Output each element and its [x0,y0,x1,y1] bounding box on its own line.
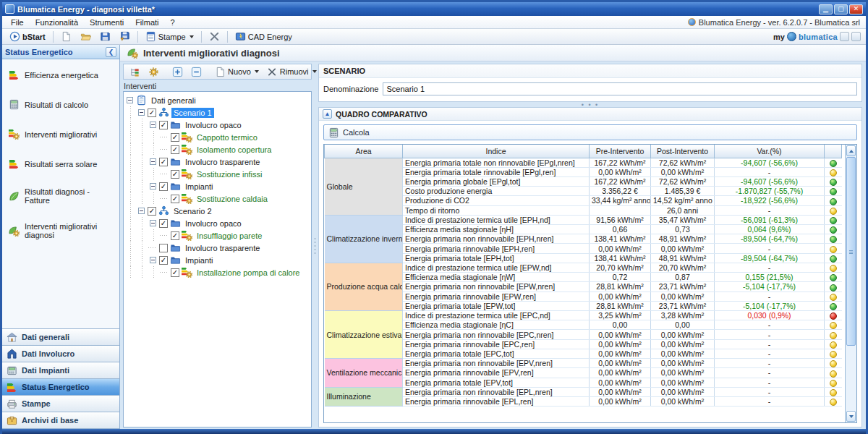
table-row[interactable]: Energia primaria rinnovabile [EPL,ren]0,… [325,396,842,406]
column-header-pre-intervento[interactable]: Pre-Intervento [590,145,651,158]
tree-node-involucro-opaco[interactable]: ✓Involucro opaco [125,119,311,131]
sidebar-item-risultati-serra-solare[interactable]: Risultati serra solare [7,154,118,174]
table-row[interactable]: Tempo di ritorno26,0 anni- [325,205,842,215]
table-row[interactable]: Energia primaria non rinnovabile [EPC,nr… [325,330,842,339]
tree-checkbox[interactable]: ✓ [171,133,179,142]
tree-node-installazione-pompa-di-calore[interactable]: ✓Installazione pompa di calore [125,266,311,278]
tree-expander[interactable] [150,257,156,263]
account-icon[interactable] [840,32,849,41]
tree-node-insufflaggio-parete[interactable]: ✓Insufflaggio parete [125,229,311,242]
scrollbar-thumb[interactable] [846,157,856,346]
stampe-button[interactable]: Stampe [142,30,197,43]
table-row[interactable]: Energia primaria totale [EPH,tot]138,41 … [325,253,842,263]
table-row[interactable]: Energia primaria rinnovabile [EPC,ren]0,… [325,339,842,349]
table-row[interactable]: Energia primaria totale [EPC,tot]0,00 kW… [325,349,842,358]
tree-checkbox[interactable] [159,244,168,252]
tree-checkbox[interactable]: ✓ [171,268,179,277]
tree-checkbox[interactable]: ✓ [171,195,179,203]
menu-item-file[interactable]: File [5,17,30,28]
tree-node-scenario-2[interactable]: ✓Scenario 2 [125,205,311,217]
tree-expander[interactable] [138,109,145,116]
table-row[interactable]: Energia primaria totale [EPW,tot]28,81 k… [325,301,842,310]
scrollbar-track[interactable] [846,346,856,410]
table-row[interactable]: Ventilazione meccanicaEnergia primaria n… [325,359,842,368]
tree-checkbox[interactable]: ✓ [171,170,179,179]
table-row[interactable]: Energia primaria rinnovabile [EPH,ren]0,… [325,244,842,253]
sidebar-item-risultati-diagnosi-fatture[interactable]: Risultati diagnosi - Fatture [7,184,118,208]
nav-item-stampe[interactable]: Stampe [2,396,119,412]
calcola-button[interactable]: Calcola [323,124,857,140]
table-row[interactable]: IlluminazioneEnergia primaria non rinnov… [325,387,842,396]
table-row[interactable]: Energia primaria globale [EPgl,tot]167,2… [325,176,842,186]
compare-tree-button[interactable] [126,65,144,79]
tree-checkbox[interactable]: ✓ [159,219,168,228]
tree-checkbox[interactable]: ✓ [159,158,168,166]
tree-node-sostituzione-caldaia[interactable]: ✓Sostituzione caldaia [125,192,311,205]
table-row[interactable]: Produzione di CO233,44 kg/m² anno14,52 k… [325,196,842,205]
collapse-all-button[interactable] [187,65,205,79]
tree-expander[interactable] [138,208,145,214]
sidebar-item-interventi-migliorativi-diagnosi[interactable]: Interventi migliorativi diagnosi [7,218,118,243]
menu-item-filmati[interactable]: Filmati [129,17,164,28]
nav-item-dati-generali[interactable]: Dati generali [2,329,119,346]
tree-node-isolamento-copertura[interactable]: ✓Isolamento copertura [125,143,311,156]
tree-checkbox[interactable]: ✓ [159,256,168,265]
tree-expander[interactable] [150,183,156,190]
menu-item-[interactable]: ? [165,17,181,28]
menu-item-funzionalit[interactable]: Funzionalità [30,17,84,28]
tree-node-impianti[interactable]: ✓Impianti [125,180,311,192]
table-row[interactable]: Energia primaria totale rinnovabile [EPg… [325,167,842,176]
open-button[interactable] [77,30,95,43]
tree-expander[interactable] [150,122,156,128]
cad-energy-button[interactable]: CAD Energy [231,30,296,43]
vertical-splitter[interactable] [313,64,317,427]
nav-item-status-energetico[interactable]: Status Energetico [2,379,119,396]
sidebar-collapse-button[interactable]: ❮ [106,47,116,57]
save-button[interactable] [96,30,114,43]
rimuovi-button[interactable]: Rimuovi [263,65,320,79]
table-scrollbar[interactable] [845,145,856,422]
nav-item-dati-involucro[interactable]: Dati Involucro [2,346,119,362]
scroll-up-arrow[interactable] [846,145,856,156]
tree-node-involucro-trasparente[interactable]: Involucro trasparente [125,242,311,254]
tree-node-scenario-1[interactable]: ✓Scenario 1 [125,106,311,119]
close-button[interactable]: ✕ [849,4,863,14]
save-all-button[interactable] [116,30,134,43]
table-row[interactable]: Energia primaria totale [EPV,tot]0,00 kW… [325,378,842,387]
tree-checkbox[interactable]: ✓ [148,207,156,216]
menu-item-strumenti[interactable]: Strumenti [84,17,129,28]
expand-all-button[interactable] [169,65,187,79]
tree-checkbox[interactable]: ✓ [171,145,179,154]
table-row[interactable]: Energia primaria rinnovabile [EPW,ren]0,… [325,292,842,301]
tree-node-cappotto-termico[interactable]: ✓Cappotto termico [125,131,311,143]
column-header-post-intervento[interactable]: Post-Intervento [651,145,715,158]
tree-node-dati-generali[interactable]: Dati generali [125,94,311,106]
tree-node-involucro-opaco[interactable]: ✓Involucro opaco [125,217,311,229]
collapse-section-button[interactable]: ▲ [323,109,332,119]
denominazione-input[interactable] [383,82,857,95]
help-icon[interactable] [851,32,861,41]
horizontal-splitter[interactable]: • • • [318,102,862,107]
tools-button[interactable] [205,30,224,43]
tree-checkbox[interactable]: ✓ [159,182,168,191]
tree-expander[interactable] [150,158,156,165]
tree-node-impianti[interactable]: ✓Impianti [125,254,311,266]
nav-item-dati-impianti[interactable]: Dati Impianti [2,362,119,379]
my-blumatica-logo[interactable]: my blumatica [773,32,862,41]
tree-expander[interactable] [127,97,133,103]
tree-node-sostituzione-infissi[interactable]: ✓Sostituzione infissi [125,168,311,180]
nav-item-archivi-di-base[interactable]: Archivi di base [2,412,119,429]
table-row[interactable]: Efficienza media stagionale [ηH]0,660,73… [325,225,842,234]
maximize-button[interactable]: ▢ [834,4,848,14]
table-row[interactable]: Efficienza media stagionale [ηC]0,000,00… [325,320,842,330]
refresh-button[interactable] [145,65,163,79]
new-button[interactable] [57,30,75,43]
table-row[interactable]: Produzione acqua caldaIndice di prestazi… [325,263,842,272]
sidebar-item-interventi-migliorativi[interactable]: Interventi migliorativi [7,124,118,144]
column-header-var-[interactable]: Var.(%) [715,145,825,158]
nuovo-button[interactable]: Nuovo [211,65,263,79]
tree-node-involucro-trasparente[interactable]: ✓Involucro trasparente [125,156,311,168]
bstart-button[interactable]: bStart [6,30,49,43]
tree-checkbox[interactable]: ✓ [148,109,156,117]
sidebar-item-risultati-di-calcolo[interactable]: Risultati di calcolo [7,95,118,114]
